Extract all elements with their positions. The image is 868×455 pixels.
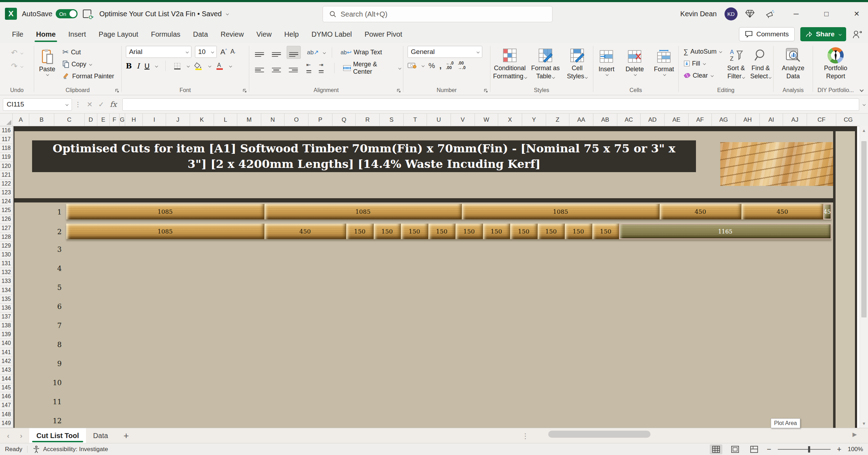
- column-header-AB[interactable]: AB: [593, 114, 617, 126]
- row-header-121[interactable]: 121: [0, 171, 12, 180]
- tab-power-pivot[interactable]: Power Pivot: [358, 25, 409, 43]
- page-layout-view-button[interactable]: [729, 444, 741, 454]
- column-header-I[interactable]: I: [143, 114, 166, 126]
- horizontal-scroll-thumb[interactable]: [548, 431, 650, 438]
- row-header-126[interactable]: 126: [0, 215, 12, 224]
- column-header-O[interactable]: O: [285, 114, 308, 126]
- row-header-148[interactable]: 148: [0, 410, 12, 419]
- tab-scroll-splitter[interactable]: ⋮: [522, 432, 529, 440]
- column-header-C[interactable]: C: [54, 114, 85, 126]
- row-header-137[interactable]: 137: [0, 313, 12, 321]
- formula-input[interactable]: [122, 98, 859, 111]
- row-header-125[interactable]: 125: [0, 206, 12, 215]
- document-title[interactable]: Optimise Your Cut List V2a Fin • Saved: [99, 10, 228, 18]
- cut-segment[interactable]: 150: [510, 224, 537, 239]
- align-right-button[interactable]: [287, 62, 300, 74]
- row-header-124[interactable]: 124: [0, 197, 12, 206]
- zoom-slider[interactable]: [778, 449, 831, 450]
- column-header-AJ[interactable]: AJ: [783, 114, 807, 126]
- comments-button[interactable]: Comments: [739, 27, 795, 41]
- row-header-138[interactable]: 138: [0, 321, 12, 330]
- scroll-up-icon[interactable]: ▲: [860, 128, 868, 133]
- row-header-146[interactable]: 146: [0, 392, 12, 401]
- column-header-AA[interactable]: AA: [569, 114, 593, 126]
- row-header-117[interactable]: 117: [0, 135, 12, 144]
- sheet-tab-data[interactable]: Data: [86, 428, 115, 443]
- sheet-grid[interactable]: Optimised Cuts for item [A1] Softwood Ti…: [0, 126, 860, 428]
- accounting-format-button[interactable]: [408, 62, 417, 69]
- increase-decimal-button[interactable]: ←.0.00: [446, 61, 454, 70]
- percent-style-button[interactable]: %: [428, 61, 435, 70]
- row-header-129[interactable]: 129: [0, 242, 12, 250]
- insert-function-icon[interactable]: fx: [110, 100, 117, 109]
- tab-data[interactable]: Data: [187, 25, 214, 43]
- tab-insert[interactable]: Insert: [62, 25, 92, 43]
- column-header-N[interactable]: N: [261, 114, 285, 126]
- zoom-level[interactable]: 100%: [848, 446, 863, 453]
- cut-segment[interactable]: 150: [346, 224, 373, 239]
- column-header-R[interactable]: R: [356, 114, 380, 126]
- column-header-H[interactable]: H: [125, 114, 143, 126]
- row-header-139[interactable]: 139: [0, 330, 12, 339]
- autosave-toggle[interactable]: On: [56, 9, 78, 18]
- add-sheet-button[interactable]: +: [115, 428, 137, 443]
- column-header-E[interactable]: E: [97, 114, 110, 126]
- column-header-P[interactable]: P: [308, 114, 332, 126]
- column-header-F[interactable]: F: [110, 114, 120, 126]
- format-painter-button[interactable]: Format Painter: [60, 71, 116, 82]
- dialog-launcher-icon[interactable]: [397, 89, 401, 93]
- column-header-CF[interactable]: CF: [807, 114, 836, 126]
- cut-segment[interactable]: 1085: [461, 204, 659, 219]
- align-top-button[interactable]: [253, 46, 266, 59]
- vertical-scrollbar[interactable]: ▲ ▼: [860, 126, 868, 428]
- tab-file[interactable]: File: [6, 25, 30, 43]
- vertical-scroll-thumb[interactable]: [861, 141, 867, 317]
- accessibility-status[interactable]: Accessibility: Investigate: [43, 446, 108, 453]
- namebox-splitter[interactable]: ⋮: [75, 101, 81, 108]
- column-header-M[interactable]: M: [237, 114, 261, 126]
- row-header-118[interactable]: 118: [0, 144, 12, 153]
- orientation-button[interactable]: ab↗: [307, 49, 319, 56]
- confirm-entry-icon[interactable]: ✓: [98, 100, 104, 109]
- tab-page-layout[interactable]: Page Layout: [92, 25, 145, 43]
- expand-formula-bar-icon[interactable]: [863, 103, 866, 106]
- scroll-right-icon[interactable]: ▶: [852, 431, 857, 438]
- comma-style-button[interactable]: ,: [439, 61, 442, 71]
- scroll-down-icon[interactable]: ▼: [860, 421, 868, 426]
- row-header-116[interactable]: 116: [0, 126, 12, 135]
- share-button[interactable]: Share: [800, 27, 846, 41]
- cut-segment[interactable]: 1085: [66, 224, 264, 239]
- zoom-out-button[interactable]: −: [767, 445, 771, 454]
- cut-segment[interactable]: 1085: [264, 204, 462, 219]
- row-header-134[interactable]: 134: [0, 286, 12, 295]
- zoom-slider-thumb[interactable]: [808, 446, 810, 453]
- row-header-140[interactable]: 140: [0, 339, 12, 348]
- dialog-launcher-icon[interactable]: [243, 89, 247, 93]
- column-header-AI[interactable]: AI: [760, 114, 783, 126]
- row-header-143[interactable]: 143: [0, 366, 12, 375]
- column-header-D[interactable]: D: [85, 114, 97, 126]
- cut-segment[interactable]: 450: [741, 204, 823, 219]
- column-header-B[interactable]: B: [29, 114, 54, 126]
- row-header-133[interactable]: 133: [0, 277, 12, 286]
- cut-segment[interactable]: 150: [564, 224, 592, 239]
- align-center-button[interactable]: [270, 62, 283, 74]
- prev-sheet-icon[interactable]: ‹: [7, 432, 10, 440]
- tab-view[interactable]: View: [250, 25, 278, 43]
- cut-button[interactable]: ✂Cut: [60, 47, 116, 58]
- row-header-127[interactable]: 127: [0, 224, 12, 233]
- font-color-button[interactable]: A: [216, 62, 224, 70]
- column-header-S[interactable]: S: [380, 114, 404, 126]
- column-header-Q[interactable]: Q: [332, 114, 356, 126]
- row-header-119[interactable]: 119: [0, 153, 12, 162]
- zoom-in-button[interactable]: +: [837, 445, 842, 454]
- row-header-123[interactable]: 123: [0, 188, 12, 197]
- normal-view-button[interactable]: [710, 444, 722, 454]
- borders-button[interactable]: [173, 62, 181, 70]
- tab-home[interactable]: Home: [30, 25, 62, 43]
- excel-logo-icon[interactable]: X: [5, 8, 17, 20]
- decrease-indent-button[interactable]: ⇤: [306, 62, 315, 74]
- presenter-icon[interactable]: [852, 29, 862, 39]
- row-header-120[interactable]: 120: [0, 162, 12, 171]
- cancel-entry-icon[interactable]: ✕: [87, 100, 93, 109]
